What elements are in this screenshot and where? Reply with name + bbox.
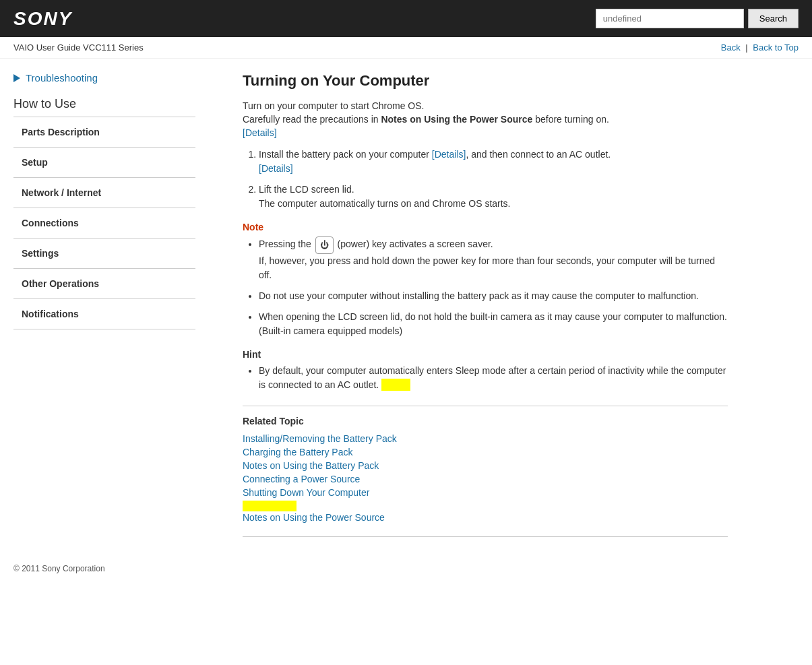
sidebar-item-setup[interactable]: Setup bbox=[13, 148, 195, 178]
note-label: Note bbox=[243, 222, 728, 232]
search-area: Search bbox=[596, 9, 799, 28]
related-link-installing[interactable]: Installing/Removing the Battery Pack bbox=[243, 433, 728, 444]
hint-bullet-1: By default, your computer automatically … bbox=[259, 364, 728, 392]
step-2: Lift the LCD screen lid. The computer au… bbox=[259, 183, 728, 211]
related-link-shutting-down[interactable]: Shutting Down Your Computer bbox=[243, 487, 728, 498]
chevron-icon bbox=[13, 74, 20, 82]
step1-prefix: Install the battery pack on your compute… bbox=[259, 149, 432, 160]
intro-text: Turn on your computer to start Chrome OS… bbox=[243, 100, 728, 111]
main-layout: Troubleshooting How to Use Parts Descrip… bbox=[0, 59, 812, 550]
copyright-text: © 2011 Sony Corporation bbox=[13, 564, 105, 573]
precautions-prefix: Carefully read the precautions in bbox=[243, 114, 381, 125]
step1-mid: , and then connect to an AC outlet. bbox=[466, 149, 611, 160]
precautions-suffix: before turning on. bbox=[532, 114, 609, 125]
related-highlight bbox=[243, 501, 728, 512]
power-key-icon: ⏻ bbox=[315, 236, 334, 254]
step1-details1[interactable]: [Details] bbox=[432, 149, 466, 160]
sidebar-item-notifications[interactable]: Notifications bbox=[13, 299, 195, 329]
sidebar-item-network-internet[interactable]: Network / Internet bbox=[13, 178, 195, 208]
sidebar-item-settings[interactable]: Settings bbox=[13, 239, 195, 269]
hint-text: By default, your computer automatically … bbox=[259, 365, 726, 390]
sidebar-item-other-operations[interactable]: Other Operations bbox=[13, 269, 195, 299]
precautions-text: Carefully read the precautions in Notes … bbox=[243, 114, 728, 125]
sony-logo: SONY bbox=[13, 8, 72, 30]
hint-bullets: By default, your computer automatically … bbox=[259, 364, 728, 392]
related-link-connecting[interactable]: Connecting a Power Source bbox=[243, 474, 728, 484]
search-button[interactable]: Search bbox=[748, 9, 799, 28]
guide-title: VAIO User Guide VCC111 Series bbox=[13, 42, 144, 53]
sidebar-item-parts-description[interactable]: Parts Description bbox=[13, 117, 195, 148]
details-link-intro[interactable]: [Details] bbox=[243, 127, 277, 138]
nav-separator: | bbox=[745, 42, 750, 53]
note1-prefix: Pressing the bbox=[259, 239, 314, 249]
content-area: Turning on Your Computer Turn on your co… bbox=[216, 59, 741, 550]
step2-text1: Lift the LCD screen lid. bbox=[259, 184, 354, 195]
back-to-top-link[interactable]: Back to Top bbox=[753, 42, 799, 53]
related-link-charging[interactable]: Charging the Battery Pack bbox=[243, 447, 728, 457]
related-link-notes-battery[interactable]: Notes on Using the Battery Pack bbox=[243, 460, 728, 471]
related-topic-title: Related Topic bbox=[243, 416, 728, 426]
page-title: Turning on Your Computer bbox=[243, 72, 728, 90]
note-bullet-2: Do not use your computer without install… bbox=[259, 289, 728, 303]
footer: © 2011 Sony Corporation bbox=[0, 550, 812, 587]
nav-links: Back | Back to Top bbox=[721, 42, 799, 53]
related-topic-divider bbox=[243, 406, 728, 406]
sidebar-item-connections[interactable]: Connections bbox=[13, 208, 195, 239]
step1-details2[interactable]: [Details] bbox=[259, 163, 293, 174]
note-bullet-3: When opening the LCD screen lid, do not … bbox=[259, 310, 728, 338]
back-link[interactable]: Back bbox=[721, 42, 741, 53]
note-bullets: Pressing the ⏻ (power) key activates a s… bbox=[259, 236, 728, 338]
hint-label: Hint bbox=[243, 349, 728, 360]
related-link-notes-power[interactable]: Notes on Using the Power Source bbox=[243, 512, 728, 523]
breadcrumb-bar: VAIO User Guide VCC111 Series Back | Bac… bbox=[0, 37, 812, 59]
step2-text2: The computer automatically turns on and … bbox=[259, 198, 511, 209]
steps-list: Install the battery pack on your compute… bbox=[259, 148, 728, 211]
hint-highlight bbox=[381, 379, 410, 391]
note-bullet-1: Pressing the ⏻ (power) key activates a s… bbox=[259, 236, 728, 282]
troubleshooting-link[interactable]: Troubleshooting bbox=[13, 72, 195, 84]
bottom-divider bbox=[243, 536, 728, 537]
header: SONY Search bbox=[0, 0, 812, 37]
step-1: Install the battery pack on your compute… bbox=[259, 148, 728, 176]
sidebar: Troubleshooting How to Use Parts Descrip… bbox=[13, 59, 216, 550]
how-to-use-title: How to Use bbox=[13, 97, 195, 111]
troubleshooting-label: Troubleshooting bbox=[26, 72, 98, 84]
search-input[interactable] bbox=[596, 9, 744, 28]
power-source-bold: Notes on Using the Power Source bbox=[381, 114, 532, 125]
